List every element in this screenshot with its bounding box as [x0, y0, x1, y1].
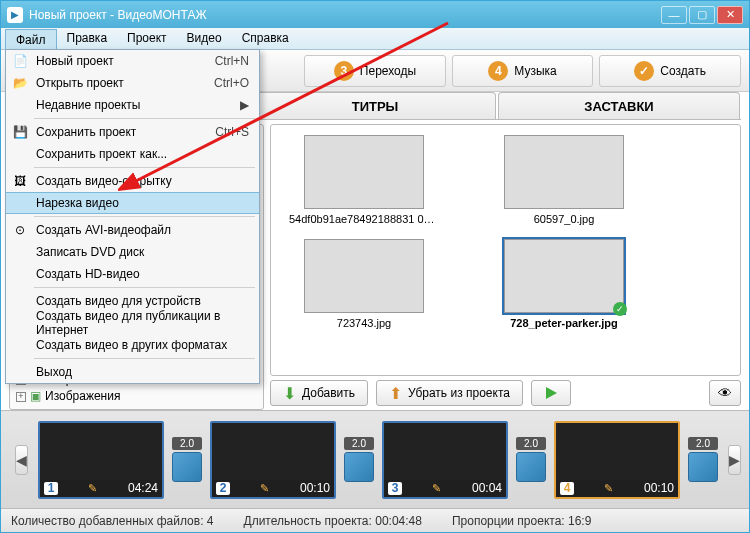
transition-duration: 2.0	[688, 437, 718, 450]
close-button[interactable]: ✕	[717, 6, 743, 24]
menu-label: Сохранить проект как...	[36, 147, 167, 161]
tree-images[interactable]: +▣Изображения	[16, 388, 120, 405]
titlebar: ▶ Новый проект - ВидеоМОНТАЖ — ▢ ✕	[1, 1, 749, 28]
menu-item[interactable]: Нарезка видео	[6, 192, 259, 214]
submenu-arrow-icon: ▶	[240, 98, 249, 112]
thumbnail-filename: 723743.jpg	[337, 317, 391, 329]
menu-label: Создать AVI-видеофайл	[36, 223, 171, 237]
menu-item[interactable]: 📂Открыть проектCtrl+O	[6, 72, 259, 94]
menu-video[interactable]: Видео	[177, 28, 232, 49]
arrow-down-icon: ⬇	[283, 384, 296, 403]
menu-project[interactable]: Проект	[117, 28, 177, 49]
transition-duration: 2.0	[344, 437, 374, 450]
strip-prev-button[interactable]: ◀	[15, 445, 28, 475]
thumbnail[interactable]	[304, 135, 424, 209]
svg-marker-0	[546, 387, 557, 399]
timeline-clip[interactable]: 1✎04:24	[38, 421, 164, 499]
menu-label: Создать видео для устройств	[36, 294, 201, 308]
edit-clip-icon[interactable]: ✎	[432, 482, 441, 495]
menu-label: Открыть проект	[36, 76, 124, 90]
menu-icon: 📄	[12, 53, 28, 69]
menu-label: Создать видео-открытку	[36, 174, 172, 188]
minimize-button[interactable]: —	[661, 6, 687, 24]
app-icon: ▶	[7, 7, 23, 23]
window-title: Новый проект - ВидеоМОНТАЖ	[29, 8, 207, 22]
tab-splash[interactable]: ЗАСТАВКИ	[498, 92, 740, 119]
toolbar-create[interactable]: ✓ Создать	[599, 55, 741, 87]
play-icon	[540, 382, 562, 404]
remove-button[interactable]: ⬆ Убрать из проекта	[376, 380, 523, 406]
strip-next-button[interactable]: ▶	[728, 445, 741, 475]
menu-item[interactable]: Создать видео для публикации в Интернет	[6, 312, 259, 334]
thumbnail-grid: 54df0b91ae78492188831 0ae.jpg60597_0.jpg…	[270, 124, 741, 376]
menu-item[interactable]: Сохранить проект как...	[6, 143, 259, 165]
transition-button[interactable]	[688, 452, 718, 482]
clip-index: 1	[44, 482, 58, 495]
menu-label: Создать видео в других форматах	[36, 338, 227, 352]
menu-label: Сохранить проект	[36, 125, 136, 139]
add-button[interactable]: ⬇ Добавить	[270, 380, 368, 406]
step-4-icon: 4	[488, 61, 508, 81]
thumbnail[interactable]	[504, 135, 624, 209]
transition-duration: 2.0	[172, 437, 202, 450]
eye-icon: 👁	[718, 385, 732, 401]
menu-item[interactable]: Выход	[6, 361, 259, 383]
menu-item[interactable]: ⊙Создать AVI-видеофайл	[6, 219, 259, 241]
transition-button[interactable]	[344, 452, 374, 482]
thumbnail-filename: 60597_0.jpg	[534, 213, 595, 225]
selected-check-icon: ✓	[613, 302, 627, 316]
timeline-clip[interactable]: 3✎00:04	[382, 421, 508, 499]
menu-help[interactable]: Справка	[232, 28, 299, 49]
clip-duration: 00:10	[300, 481, 330, 495]
toolbar-music[interactable]: 4 Музыка	[452, 55, 594, 87]
menu-label: Нарезка видео	[36, 196, 119, 210]
status-bar: Количество добавленных файлов: 4 Длитель…	[1, 508, 749, 532]
menu-shortcut: Ctrl+O	[214, 76, 249, 90]
timeline-strip: ◀ 1✎04:242.02✎00:102.03✎00:042.04✎00:102…	[1, 410, 749, 508]
play-button[interactable]	[531, 380, 571, 406]
menu-item[interactable]: 💾Сохранить проектCtrl+S	[6, 121, 259, 143]
transition-button[interactable]	[172, 452, 202, 482]
edit-clip-icon[interactable]: ✎	[604, 482, 613, 495]
menu-label: Недавние проекты	[36, 98, 141, 112]
clip-index: 4	[560, 482, 574, 495]
thumbnail-filename: 54df0b91ae78492188831 0ae.jpg	[289, 213, 439, 225]
arrow-up-icon: ⬆	[389, 384, 402, 403]
transition-duration: 2.0	[516, 437, 546, 450]
timeline-clip[interactable]: 2✎00:10	[210, 421, 336, 499]
clip-duration: 04:24	[128, 481, 158, 495]
clip-duration: 00:10	[644, 481, 674, 495]
menu-label: Создать HD-видео	[36, 267, 140, 281]
toolbar-transitions[interactable]: 3 Переходы	[304, 55, 446, 87]
menu-edit[interactable]: Правка	[57, 28, 118, 49]
status-files: Количество добавленных файлов: 4	[11, 514, 214, 528]
status-aspect: Пропорции проекта: 16:9	[452, 514, 591, 528]
menu-icon: 📂	[12, 75, 28, 91]
maximize-button[interactable]: ▢	[689, 6, 715, 24]
menu-item[interactable]: 📄Новый проектCtrl+N	[6, 50, 259, 72]
menu-item[interactable]: Создать видео в других форматах	[6, 334, 259, 356]
edit-clip-icon[interactable]: ✎	[260, 482, 269, 495]
status-duration: Длительность проекта: 00:04:48	[244, 514, 422, 528]
menu-item[interactable]: Записать DVD диск	[6, 241, 259, 263]
menu-file[interactable]: Файл	[5, 29, 57, 49]
menu-item[interactable]: Недавние проекты▶	[6, 94, 259, 116]
tab-titles[interactable]: ТИТРЫ	[254, 92, 496, 119]
menu-label: Выход	[36, 365, 72, 379]
menu-shortcut: Ctrl+N	[215, 54, 249, 68]
menu-item[interactable]: Создать HD-видео	[6, 263, 259, 285]
menubar: Файл Правка Проект Видео Справка	[1, 28, 749, 50]
transition-button[interactable]	[516, 452, 546, 482]
thumbnail[interactable]: ✓	[504, 239, 624, 313]
step-3-icon: 3	[334, 61, 354, 81]
check-icon: ✓	[634, 61, 654, 81]
clip-duration: 00:04	[472, 481, 502, 495]
menu-shortcut: Ctrl+S	[215, 125, 249, 139]
timeline-clip[interactable]: 4✎00:10	[554, 421, 680, 499]
thumbnail[interactable]	[304, 239, 424, 313]
menu-label: Новый проект	[36, 54, 114, 68]
menu-item[interactable]: 🖼Создать видео-открытку	[6, 170, 259, 192]
preview-button[interactable]: 👁	[709, 380, 741, 406]
edit-clip-icon[interactable]: ✎	[88, 482, 97, 495]
file-menu-dropdown: 📄Новый проектCtrl+N📂Открыть проектCtrl+O…	[5, 49, 260, 384]
